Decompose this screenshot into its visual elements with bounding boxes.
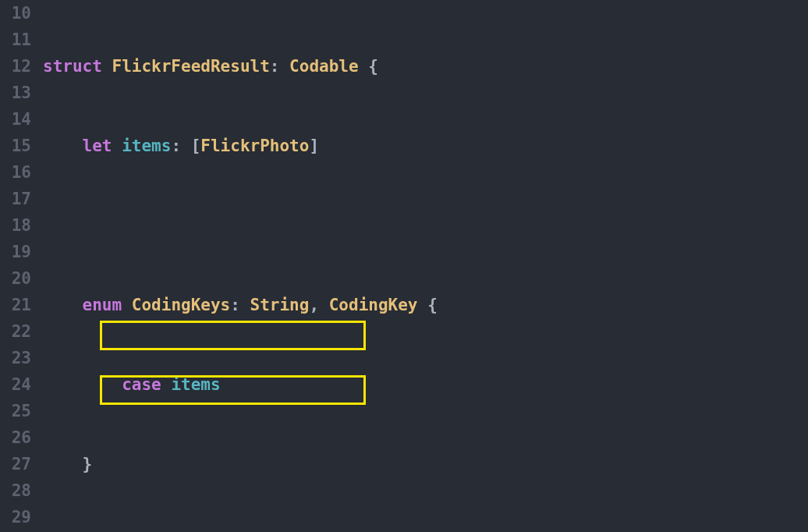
code-line: case items bbox=[43, 371, 808, 398]
line-number: 18 bbox=[0, 212, 31, 239]
line-number: 28 bbox=[0, 477, 31, 504]
line-number: 11 bbox=[0, 27, 31, 53]
line-number: 13 bbox=[0, 80, 31, 106]
line-number: 26 bbox=[0, 424, 31, 451]
code-line: enum CodingKeys: String, CodingKey { bbox=[43, 292, 808, 318]
line-number: 16 bbox=[0, 159, 31, 186]
line-number: 29 bbox=[0, 504, 31, 530]
line-number: 15 bbox=[0, 133, 31, 159]
code-line: struct FlickrFeedResult: Codable { bbox=[43, 53, 808, 80]
line-number: 21 bbox=[0, 292, 31, 318]
code-line bbox=[43, 212, 808, 239]
line-number: 14 bbox=[0, 106, 31, 133]
line-number: 27 bbox=[0, 451, 31, 477]
line-number-gutter: 1011121314151617181920212223242526272829 bbox=[0, 0, 43, 532]
line-number: 25 bbox=[0, 398, 31, 424]
line-number: 12 bbox=[0, 53, 31, 80]
code-editor-area[interactable]: struct FlickrFeedResult: Codable { let i… bbox=[43, 0, 808, 532]
line-number: 19 bbox=[0, 239, 31, 265]
line-number: 10 bbox=[0, 0, 31, 27]
code-line: } bbox=[43, 451, 808, 477]
line-number: 20 bbox=[0, 265, 31, 292]
line-number: 17 bbox=[0, 186, 31, 212]
line-number: 22 bbox=[0, 318, 31, 345]
code-line: let items: [FlickrPhoto] bbox=[43, 133, 808, 159]
line-number: 23 bbox=[0, 345, 31, 371]
line-number: 24 bbox=[0, 371, 31, 398]
code-content: struct FlickrFeedResult: Codable { let i… bbox=[43, 0, 808, 532]
